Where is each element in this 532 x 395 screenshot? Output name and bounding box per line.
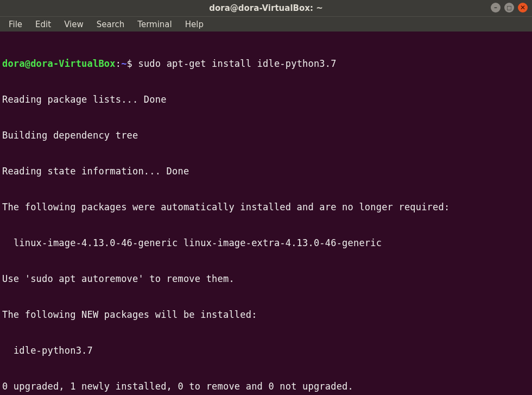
menu-terminal[interactable]: Terminal: [132, 17, 177, 32]
output-line: The following NEW packages will be insta…: [2, 309, 529, 321]
prompt-user-host: dora@dora-VirtualBox: [2, 58, 116, 69]
window-title: dora@dora-VirtualBox: ~: [209, 2, 322, 14]
menu-help[interactable]: Help: [180, 17, 209, 32]
output-line: Use 'sudo apt autoremove' to remove them…: [2, 273, 529, 285]
output-line: The following packages were automaticall…: [2, 201, 529, 213]
output-line: idle-python3.7: [2, 344, 529, 356]
prompt-line-1: dora@dora-VirtualBox:~$ sudo apt-get ins…: [2, 58, 529, 70]
close-icon[interactable]: ✕: [518, 3, 528, 12]
menu-edit[interactable]: Edit: [30, 17, 56, 32]
menu-file[interactable]: File: [3, 17, 28, 32]
output-line: Building dependency tree: [2, 129, 529, 141]
typed-command: sudo apt-get install idle-python3.7: [138, 58, 336, 69]
minimize-icon[interactable]: –: [491, 3, 501, 12]
output-line: linux-image-4.13.0-46-generic linux-imag…: [2, 237, 529, 249]
window-controls: – ◻ ✕: [491, 3, 528, 12]
menu-view[interactable]: View: [59, 17, 89, 32]
output-line: 0 upgraded, 1 newly installed, 0 to remo…: [2, 380, 529, 392]
output-line: Reading state information... Done: [2, 165, 529, 177]
prompt-sep: :: [116, 58, 121, 69]
window-titlebar: dora@dora-VirtualBox: ~ – ◻ ✕: [0, 0, 532, 16]
menubar: File Edit View Search Terminal Help: [0, 16, 532, 32]
maximize-icon[interactable]: ◻: [504, 3, 514, 12]
menu-search[interactable]: Search: [91, 17, 130, 32]
output-line: Reading package lists... Done: [2, 93, 529, 105]
prompt-dollar: $: [127, 58, 132, 69]
terminal-area[interactable]: dora@dora-VirtualBox:~$ sudo apt-get ins…: [0, 32, 532, 395]
prompt-path: ~: [121, 58, 126, 69]
